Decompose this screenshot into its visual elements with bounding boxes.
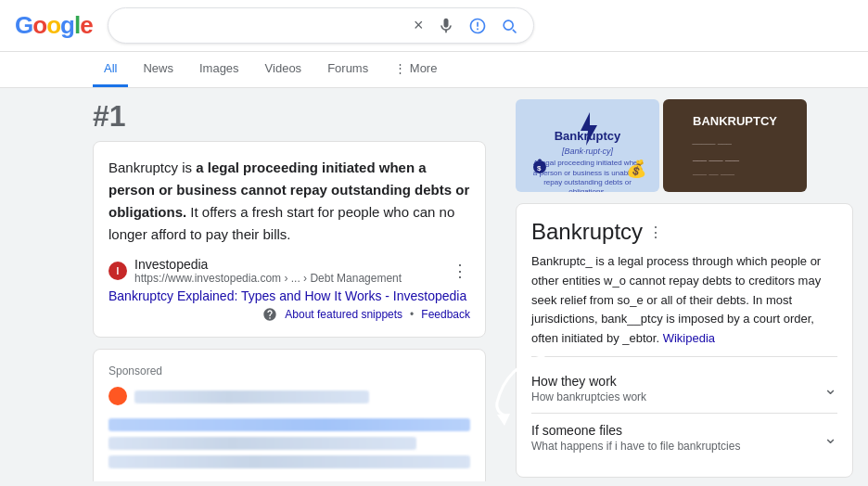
snippet-footer: About featured snippets • Feedback — [108, 307, 470, 322]
kp-title: Bankruptcy — [531, 219, 643, 245]
sponsored-line-1b — [108, 437, 416, 450]
tab-all[interactable]: All — [93, 52, 128, 87]
clear-button[interactable]: × — [412, 14, 426, 37]
source-info: Investopedia https://www.investopedia.co… — [134, 257, 402, 285]
chevron-down-icon-2: ⌄ — [823, 428, 837, 448]
snippet-text-before: Bankruptcy is — [108, 160, 196, 175]
wikipedia-link[interactable]: Wikipedia — [663, 331, 715, 345]
feedback-link[interactable]: Feedback — [421, 308, 470, 321]
voice-search-button[interactable] — [435, 15, 457, 37]
about-snippets-link[interactable]: About featured snippets — [285, 308, 402, 321]
tab-images[interactable]: Images — [188, 52, 250, 87]
search-icons: × — [412, 14, 520, 37]
svg-marker-0 — [581, 112, 597, 146]
kp-faq-2-question: If someone files — [531, 423, 740, 438]
source-row: I Investopedia https://www.investopedia.… — [108, 257, 470, 285]
tab-more[interactable]: ⋮ More — [383, 52, 448, 87]
source-name: Investopedia — [134, 257, 402, 272]
kp-more-button[interactable]: ⋮ — [648, 224, 663, 241]
kp-images: $ 💰 Bankruptcy [Bank·rupt·cy] A legal pr… — [516, 99, 853, 192]
kp-faq-1-answer: How bankruptcies work — [531, 390, 646, 403]
kp-faq-1-content: How they work How bankruptcies work — [531, 374, 646, 403]
sponsored-line-1a — [134, 390, 369, 403]
kp-faq-2-answer: What happens if i have to file bankruptc… — [531, 440, 740, 453]
source-url: https://www.investopedia.com › ... › Deb… — [134, 272, 402, 285]
snippet-text: Bankruptcy is a legal proceeding initiat… — [108, 157, 470, 246]
source-more-button[interactable]: ⋮ — [450, 259, 470, 283]
kp-image-right-title: BANKRUPTCY — [693, 113, 777, 130]
source-link[interactable]: Bankruptcy Explained: Types and How It W… — [108, 288, 470, 303]
kp-title-row: Bankruptcy ⋮ — [531, 219, 837, 245]
tab-forums[interactable]: Forums — [316, 52, 379, 87]
microphone-icon — [437, 17, 455, 35]
lightning-icon — [575, 112, 601, 146]
footer-dot: • — [410, 308, 414, 321]
google-logo: Google — [15, 11, 93, 40]
main-layout: #1 Bankruptcy is a legal proceeding init… — [0, 88, 868, 481]
tab-videos[interactable]: Videos — [254, 52, 313, 87]
money-icon: $ — [529, 153, 551, 175]
kp-description: Bankruptc_ is a legal process through wh… — [531, 252, 837, 349]
sponsored-line-1c — [108, 455, 470, 468]
search-button[interactable] — [498, 15, 520, 37]
kp-divider — [531, 356, 837, 357]
lens-button[interactable] — [466, 15, 489, 37]
kp-image-right: BANKRUPTCY _____ ___ ___ ___ ___ ___ __ … — [663, 99, 807, 192]
tab-news[interactable]: News — [132, 52, 185, 87]
sponsored-favicon-1 — [108, 387, 127, 405]
right-column: $ 💰 Bankruptcy [Bank·rupt·cy] A legal pr… — [501, 88, 868, 481]
sponsored-link-1[interactable] — [108, 418, 470, 431]
investopedia-favicon: I — [108, 262, 127, 280]
search-bar: bankrupcy × — [108, 7, 534, 44]
rank-badge: #1 — [93, 99, 486, 134]
kp-faq-item-1[interactable]: How they work How bankruptcies work ⌄ — [531, 364, 837, 414]
kp-faq-2-content: If someone files What happens if i have … — [531, 423, 740, 453]
knowledge-panel: Bankruptcy ⋮ Bankruptc_ is a legal proce… — [516, 203, 853, 478]
featured-snippet: Bankruptcy is a legal proceeding initiat… — [93, 141, 486, 338]
left-column: #1 Bankruptcy is a legal proceeding init… — [0, 88, 501, 481]
search-icon — [500, 17, 518, 35]
nav-tabs: All News Images Videos Forums ⋮ More — [0, 52, 868, 88]
help-icon — [262, 307, 277, 322]
search-input[interactable]: bankrupcy — [121, 18, 412, 34]
svg-text:$: $ — [537, 164, 542, 173]
sponsored-section: Sponsored Sponsored — [93, 349, 486, 481]
chevron-down-icon-1: ⌄ — [823, 378, 837, 399]
kp-faq-1-question: How they work — [531, 374, 646, 389]
sponsored-label-1: Sponsored — [108, 364, 470, 377]
sponsored-item-1: Sponsored — [108, 364, 470, 468]
kp-faq-item-2[interactable]: If someone files What happens if i have … — [531, 414, 837, 462]
lens-icon — [468, 17, 487, 35]
header: Google bankrupcy × — [0, 0, 868, 52]
kp-image-left: $ 💰 Bankruptcy [Bank·rupt·cy] A legal pr… — [516, 99, 659, 192]
